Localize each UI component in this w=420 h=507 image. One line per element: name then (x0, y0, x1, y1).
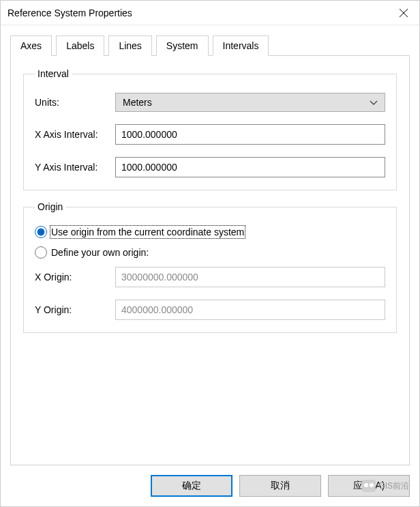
x-interval-label: X Axis Interval: (35, 129, 115, 140)
cancel-button[interactable]: 取消 (239, 475, 321, 497)
window-title: Reference System Properties (7, 8, 388, 18)
chevron-down-icon (370, 97, 378, 108)
x-origin-input[interactable] (115, 267, 385, 287)
tab-axes[interactable]: Axes (10, 35, 52, 56)
origin-current-radio[interactable] (35, 226, 47, 238)
dialog-content: Axes Labels Lines System Intervals Inter… (1, 25, 419, 465)
y-origin-label: Y Origin: (35, 304, 115, 315)
y-origin-input[interactable] (115, 300, 385, 320)
units-dropdown[interactable]: Meters (115, 93, 385, 112)
origin-define-label: Define your own origin: (51, 247, 149, 258)
origin-current-row: Use origin from the current coordinate s… (35, 226, 385, 238)
origin-inputs: X Origin: Y Origin: (35, 267, 385, 320)
tab-system[interactable]: System (156, 35, 209, 56)
origin-current-label: Use origin from the current coordinate s… (51, 227, 244, 237)
interval-group: Interval Units: Meters X Axis Interval: (23, 68, 397, 190)
tab-intervals[interactable]: Intervals (213, 35, 269, 56)
tab-strip: Axes Labels Lines System Intervals (10, 35, 410, 55)
tab-labels[interactable]: Labels (56, 35, 104, 56)
interval-legend: Interval (35, 68, 72, 79)
apply-button[interactable]: 应用(A) (328, 475, 410, 497)
ok-button[interactable]: 确定 (151, 475, 232, 497)
x-origin-label: X Origin: (35, 272, 115, 283)
close-icon (400, 9, 408, 17)
units-value: Meters (123, 97, 152, 108)
origin-define-radio[interactable] (35, 246, 47, 259)
close-button[interactable] (388, 1, 419, 25)
y-interval-label: Y Axis Interval: (35, 162, 115, 173)
x-interval-input[interactable] (115, 124, 385, 145)
x-origin-row: X Origin: (35, 267, 385, 287)
units-row: Units: Meters (35, 93, 385, 112)
tab-lines[interactable]: Lines (108, 35, 151, 56)
units-label: Units: (35, 97, 115, 108)
origin-group: Origin Use origin from the current coord… (23, 201, 397, 333)
origin-legend: Origin (35, 201, 65, 212)
tab-panel-intervals: Interval Units: Meters X Axis Interval: (10, 55, 410, 465)
y-interval-row: Y Axis Interval: (35, 157, 385, 177)
titlebar: Reference System Properties (1, 1, 419, 25)
button-bar: 确定 取消 应用(A) (1, 465, 419, 506)
origin-define-row: Define your own origin: (35, 246, 385, 259)
y-origin-row: Y Origin: (35, 300, 385, 320)
y-interval-input[interactable] (115, 157, 385, 177)
dialog-window: Reference System Properties Axes Labels … (0, 0, 420, 507)
x-interval-row: X Axis Interval: (35, 124, 385, 145)
